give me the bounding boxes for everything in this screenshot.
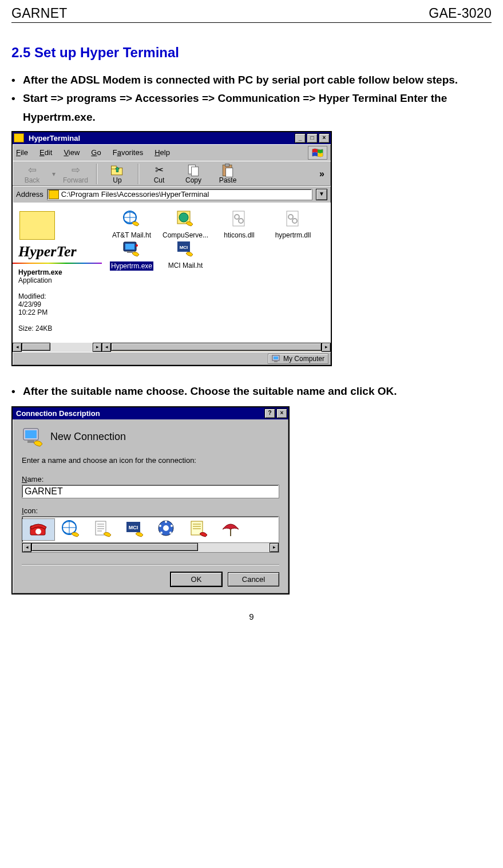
scroll-left-button[interactable]: ◂ bbox=[13, 343, 22, 352]
icon-option-dial[interactable] bbox=[150, 519, 183, 540]
icon-picker-scrollbar[interactable]: ◂ ▸ bbox=[22, 543, 279, 553]
svg-text:MCI: MCI bbox=[129, 525, 138, 530]
svg-point-38 bbox=[169, 532, 172, 534]
paste-icon bbox=[211, 164, 245, 176]
file-list-area[interactable]: AT&T Mail.ht CompuServe... hticons.dll bbox=[102, 203, 331, 352]
menu-help[interactable]: Help bbox=[155, 148, 170, 157]
maximize-button[interactable]: □ bbox=[307, 133, 318, 143]
file-item-hticons[interactable]: hticons.dll bbox=[213, 209, 266, 239]
cancel-button[interactable]: Cancel bbox=[228, 572, 279, 586]
toolbar-paste[interactable]: Paste bbox=[211, 164, 245, 184]
modified-date: 4/23/99 bbox=[18, 300, 102, 308]
scroll-thumb[interactable] bbox=[111, 343, 322, 351]
connection-description-dialog: Connection Description ? × New Connectio… bbox=[11, 406, 290, 594]
icon-option-umbrella[interactable] bbox=[215, 519, 247, 540]
instruction-bullets: •After the ADSL Modem is connected with … bbox=[11, 71, 492, 126]
svg-rect-17 bbox=[125, 244, 134, 249]
name-input[interactable] bbox=[22, 485, 279, 498]
gear-doc-icon bbox=[213, 209, 266, 229]
file-item-mci[interactable]: MCI MCI Mail.ht bbox=[159, 239, 212, 272]
close-button[interactable]: × bbox=[319, 133, 330, 143]
mci-icon: MCI bbox=[159, 239, 212, 260]
windows-flag-icon bbox=[308, 146, 327, 160]
toolbar-forward[interactable]: ⇨ Forward bbox=[58, 164, 93, 184]
icon-option-note[interactable] bbox=[183, 519, 215, 540]
left-panel-scrollbar[interactable]: ◂ ▸ bbox=[13, 343, 102, 352]
section-title: 2.5 Set up Hyper Terminal bbox=[11, 45, 492, 61]
svg-point-39 bbox=[160, 532, 163, 534]
svg-point-40 bbox=[159, 525, 161, 527]
svg-point-19 bbox=[136, 244, 138, 247]
icon-picker[interactable]: MCI bbox=[22, 516, 279, 543]
folder-icon bbox=[14, 133, 24, 142]
menu-go[interactable]: Go bbox=[91, 148, 101, 157]
svg-rect-23 bbox=[274, 356, 278, 359]
close-button[interactable]: × bbox=[276, 409, 287, 418]
icon-option-doc[interactable] bbox=[86, 519, 118, 540]
minimize-button[interactable]: _ bbox=[295, 133, 306, 143]
doc-header-left: GARNET bbox=[11, 6, 68, 21]
monitor-phone-icon bbox=[105, 239, 158, 260]
toolbar-cut[interactable]: ✂ Cut bbox=[142, 164, 176, 184]
arrow-left-icon: ⇦ bbox=[15, 164, 49, 176]
file-item-hypertrmdll[interactable]: hypertrm.dll bbox=[267, 209, 319, 239]
scroll-left-button[interactable]: ◂ bbox=[22, 543, 31, 552]
globe-phone-icon bbox=[105, 209, 158, 229]
file-size: Size: 24KB bbox=[18, 324, 102, 332]
new-connection-label: New Connection bbox=[50, 431, 126, 443]
scroll-left-button[interactable]: ◂ bbox=[102, 343, 111, 352]
svg-rect-24 bbox=[274, 361, 278, 362]
explorer-content: HyperTer Hypertrm.exe Application Modifi… bbox=[13, 203, 331, 352]
scroll-thumb[interactable] bbox=[22, 343, 50, 351]
menu-favorites[interactable]: Favorites bbox=[113, 148, 143, 157]
selected-file-name: Hypertrm.exe bbox=[18, 268, 62, 276]
address-dropdown[interactable]: ▼ bbox=[316, 189, 327, 200]
statusbar-text: My Computer bbox=[283, 355, 324, 363]
file-area-scrollbar[interactable]: ◂ ▸ bbox=[102, 343, 331, 352]
toolbar-overflow[interactable]: » bbox=[316, 169, 328, 179]
scroll-right-button[interactable]: ▸ bbox=[322, 343, 331, 352]
bullet-2: Start => programs => Accessories => Comm… bbox=[23, 89, 492, 126]
icon-option-globe[interactable] bbox=[54, 519, 86, 540]
folder-icon bbox=[19, 211, 55, 240]
address-value: C:\Program Files\Accessories\HyperTermin… bbox=[61, 190, 209, 199]
menu-edit[interactable]: Edit bbox=[39, 148, 52, 157]
file-item-compuserve[interactable]: CompuServe... bbox=[159, 209, 212, 239]
modified-label: Modified: bbox=[18, 292, 102, 300]
explorer-menubar: File Edit View Go Favorites Help bbox=[13, 144, 331, 161]
svg-rect-5 bbox=[226, 168, 233, 177]
page-number: 9 bbox=[11, 612, 492, 621]
scroll-thumb[interactable] bbox=[31, 543, 198, 551]
file-item-hypertrmexe[interactable]: Hypertrm.exe bbox=[105, 239, 158, 272]
svg-rect-3 bbox=[192, 167, 199, 176]
icon-field-label: Icon: bbox=[22, 506, 279, 515]
address-input[interactable]: C:\Program Files\Accessories\HyperTermin… bbox=[47, 189, 312, 200]
file-item-att[interactable]: AT&T Mail.ht bbox=[105, 209, 158, 239]
dialog-titlebar[interactable]: Connection Description ? × bbox=[13, 407, 288, 419]
icon-option-mci[interactable]: MCI bbox=[118, 519, 150, 540]
help-button[interactable]: ? bbox=[264, 409, 275, 418]
icon-option-red-phone[interactable] bbox=[22, 519, 54, 540]
ok-button[interactable]: OK bbox=[171, 572, 222, 586]
explorer-titlebar[interactable]: HyperTerminal _ □ × bbox=[13, 132, 331, 144]
scissors-icon: ✂ bbox=[142, 164, 176, 176]
svg-rect-18 bbox=[127, 251, 133, 253]
toolbar-up[interactable]: Up bbox=[100, 164, 134, 184]
dialog-prompt: Enter a name and choose an icon for the … bbox=[22, 456, 279, 465]
menu-file[interactable]: File bbox=[16, 148, 28, 157]
arrow-right-icon: ⇨ bbox=[58, 164, 93, 176]
scroll-right-button[interactable]: ▸ bbox=[270, 543, 279, 552]
folder-big-title: HyperTer bbox=[18, 243, 102, 260]
my-computer-icon bbox=[272, 355, 281, 363]
name-field-label: Name: bbox=[22, 475, 279, 483]
doc-header-right: GAE-3020 bbox=[429, 6, 492, 21]
svg-point-9 bbox=[179, 213, 188, 222]
toolbar-back-dropdown[interactable]: ▾ bbox=[49, 170, 58, 178]
monitor-phone-icon bbox=[22, 426, 42, 447]
toolbar-back[interactable]: ⇦ Back bbox=[15, 164, 49, 184]
scroll-right-button[interactable]: ▸ bbox=[93, 343, 102, 352]
menu-view[interactable]: View bbox=[64, 148, 80, 157]
cs-globe-icon bbox=[159, 209, 212, 229]
address-label: Address bbox=[16, 190, 43, 199]
toolbar-copy[interactable]: Copy bbox=[176, 164, 211, 184]
